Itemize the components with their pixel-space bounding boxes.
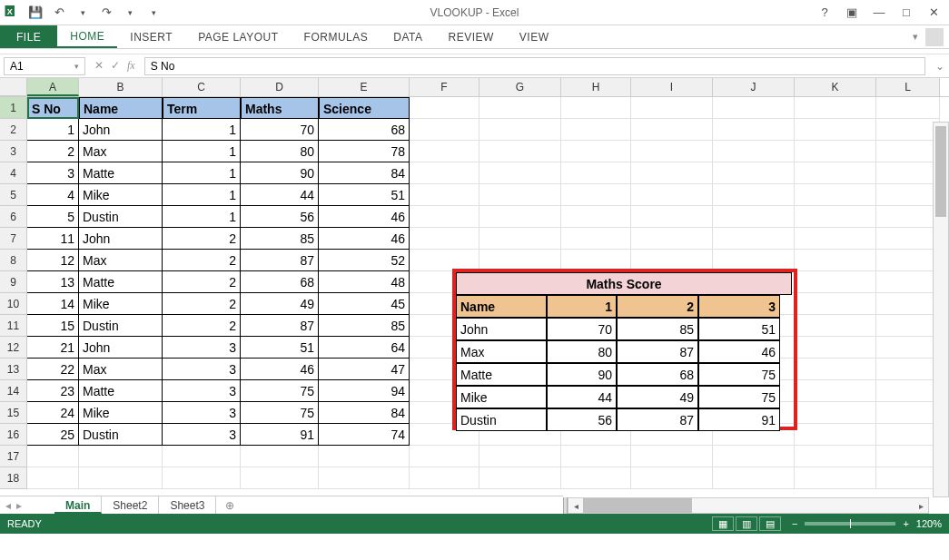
cell[interactable] <box>631 250 713 271</box>
cell[interactable]: 24 <box>27 402 79 424</box>
cell[interactable] <box>163 467 241 489</box>
cell[interactable]: 13 <box>27 271 79 293</box>
cell[interactable]: 80 <box>241 141 319 162</box>
cell[interactable] <box>561 250 631 271</box>
cell[interactable] <box>631 97 713 119</box>
cell[interactable]: 51 <box>319 184 410 206</box>
cell[interactable] <box>795 228 876 250</box>
overlay-col[interactable]: 2 <box>617 295 698 318</box>
cell[interactable]: 2 <box>163 250 241 271</box>
cell[interactable]: 46 <box>241 359 319 380</box>
sheet-tab-main[interactable]: Main <box>54 496 102 514</box>
cell[interactable] <box>876 228 940 250</box>
zoom-in-icon[interactable]: + <box>903 518 908 529</box>
cell[interactable] <box>713 141 795 162</box>
cell[interactable] <box>795 97 876 119</box>
rowhead[interactable]: 18 <box>0 467 27 489</box>
rowhead[interactable]: 14 <box>0 380 27 402</box>
data-tab[interactable]: DATA <box>381 25 435 48</box>
view-tab[interactable]: VIEW <box>507 25 562 48</box>
overlay-cell[interactable]: 75 <box>698 386 780 408</box>
cell[interactable] <box>27 467 79 489</box>
cell[interactable] <box>410 141 479 162</box>
cell[interactable] <box>410 97 479 119</box>
fx-icon[interactable]: fx <box>127 59 135 73</box>
cell[interactable] <box>876 250 940 271</box>
cell[interactable] <box>479 97 561 119</box>
cell[interactable] <box>410 250 479 271</box>
overlay-cell[interactable]: Max <box>456 340 547 363</box>
colhead-j[interactable]: J <box>713 78 795 96</box>
cell[interactable] <box>713 119 795 141</box>
cell[interactable] <box>795 359 876 380</box>
cell[interactable] <box>410 446 479 467</box>
maximize-icon[interactable]: □ <box>898 5 914 21</box>
rowhead[interactable]: 17 <box>0 446 27 467</box>
cell[interactable]: Matte <box>79 380 163 402</box>
cell[interactable] <box>795 250 876 271</box>
formula-expand-icon[interactable]: ⌄ <box>931 60 949 73</box>
cell[interactable]: 84 <box>319 402 410 424</box>
formulas-tab[interactable]: FORMULAS <box>292 25 381 48</box>
overlay-col[interactable]: 3 <box>698 295 780 318</box>
cell[interactable]: 49 <box>241 293 319 315</box>
enter-icon[interactable]: ✓ <box>111 59 120 73</box>
cell[interactable] <box>561 184 631 206</box>
cell[interactable]: 90 <box>241 162 319 184</box>
cell[interactable]: 3 <box>163 359 241 380</box>
cell[interactable]: 85 <box>241 228 319 250</box>
cell[interactable]: 56 <box>241 206 319 228</box>
cell[interactable] <box>876 271 940 293</box>
cell[interactable] <box>713 467 795 489</box>
cell[interactable]: 46 <box>319 228 410 250</box>
page-break-view-icon[interactable]: ▤ <box>759 516 781 531</box>
overlay-cell[interactable]: 56 <box>547 408 617 431</box>
cell[interactable] <box>319 446 410 467</box>
cell[interactable]: 46 <box>319 206 410 228</box>
cell[interactable] <box>479 250 561 271</box>
cell[interactable] <box>876 380 940 402</box>
chevron-down-icon[interactable]: ▾ <box>74 62 79 71</box>
colhead-h[interactable]: H <box>561 78 631 96</box>
cell[interactable] <box>561 97 631 119</box>
overlay-cell[interactable]: 49 <box>617 386 698 408</box>
rowhead[interactable]: 9 <box>0 271 27 293</box>
colhead-l[interactable]: L <box>876 78 940 96</box>
cell[interactable] <box>876 293 940 315</box>
cell[interactable] <box>561 119 631 141</box>
cell[interactable]: 23 <box>27 380 79 402</box>
cell[interactable]: Mike <box>79 184 163 206</box>
rowhead[interactable]: 11 <box>0 315 27 337</box>
cell[interactable]: 75 <box>241 402 319 424</box>
cell[interactable]: Mike <box>79 293 163 315</box>
name-box[interactable]: A1▾ <box>4 57 85 75</box>
overlay-cell[interactable]: 91 <box>698 408 780 431</box>
cell[interactable]: Dustin <box>79 315 163 337</box>
cell[interactable]: Matte <box>79 271 163 293</box>
colhead-d[interactable]: D <box>241 78 319 96</box>
cell[interactable]: Term <box>163 97 241 119</box>
cell[interactable]: 2 <box>27 141 79 162</box>
cell[interactable] <box>79 446 163 467</box>
redo-icon[interactable]: ↷ <box>98 5 114 21</box>
cell[interactable]: Mike <box>79 402 163 424</box>
cell[interactable]: 91 <box>241 424 319 446</box>
cell[interactable]: Max <box>79 359 163 380</box>
cell[interactable] <box>876 467 940 489</box>
sheet-nav-next-icon[interactable]: ▸ <box>16 499 22 512</box>
overlay-cell[interactable]: 68 <box>617 363 698 386</box>
scroll-right-icon[interactable]: ▸ <box>914 501 928 511</box>
cell[interactable]: 75 <box>241 380 319 402</box>
horizontal-scrollbar[interactable]: ◂ ▸ <box>568 497 929 514</box>
cell[interactable] <box>876 337 940 359</box>
overlay-col[interactable]: 1 <box>547 295 617 318</box>
cell[interactable] <box>561 206 631 228</box>
colhead-i[interactable]: I <box>631 78 713 96</box>
zoom-slider[interactable] <box>805 522 895 526</box>
cell[interactable] <box>795 402 876 424</box>
cell[interactable] <box>631 119 713 141</box>
cell[interactable] <box>713 446 795 467</box>
overlay-cell[interactable]: 80 <box>547 340 617 363</box>
cell[interactable] <box>631 467 713 489</box>
cell[interactable]: 5 <box>27 206 79 228</box>
